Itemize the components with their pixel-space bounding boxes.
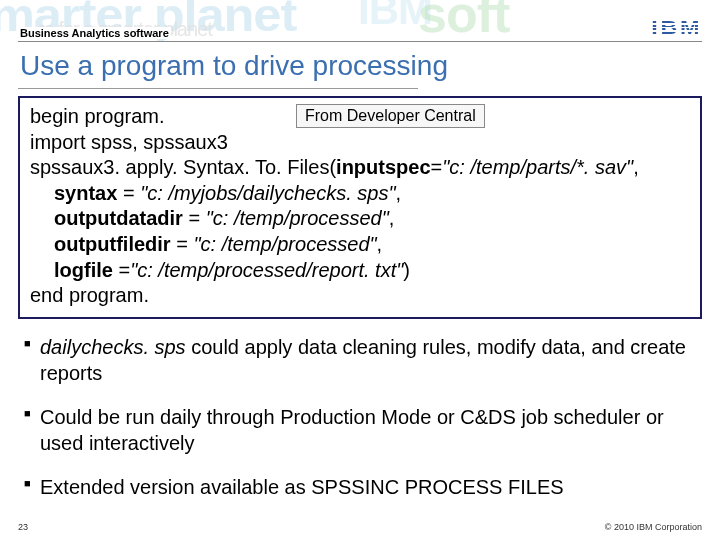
- code-line-7: logfile ="c: /temp/processed/report. txt…: [30, 258, 690, 284]
- page-number: 23: [18, 522, 28, 532]
- copyright: © 2010 IBM Corporation: [605, 522, 702, 532]
- bullet-1: dailychecks. sps could apply data cleani…: [24, 334, 696, 386]
- code-line-6: outputfiledir = "c: /temp/processed",: [30, 232, 690, 258]
- developer-central-badge: From Developer Central: [296, 104, 485, 128]
- header-bar: Business Analytics software IBM: [18, 18, 702, 42]
- code-line-2: import spss, spssaux3: [30, 130, 690, 156]
- code-line-8: end program.: [30, 283, 690, 309]
- code-line-5: outputdatadir = "c: /temp/processed",: [30, 206, 690, 232]
- code-line-3: spssaux3. apply. Syntax. To. Files(input…: [30, 155, 690, 181]
- ibm-logo-text: IBM: [651, 18, 702, 39]
- code-box: begin program. import spss, spssaux3 sps…: [18, 96, 702, 319]
- bullet-2: Could be run daily through Production Mo…: [24, 404, 696, 456]
- bullet-3: Extended version available as SPSSINC PR…: [24, 474, 696, 500]
- bullet-list: dailychecks. sps could apply data cleani…: [24, 334, 696, 518]
- footer: 23 © 2010 IBM Corporation: [18, 522, 702, 532]
- code-line-4: syntax = "c: /myjobs/dailychecks. sps",: [30, 181, 690, 207]
- header-section-label: Business Analytics software: [18, 27, 171, 39]
- slide-title: Use a program to drive processing: [20, 50, 448, 82]
- slide: smarter planet IBM soft re for a smarter…: [0, 0, 720, 540]
- title-underline: [18, 88, 418, 89]
- ibm-logo: IBM: [663, 18, 702, 39]
